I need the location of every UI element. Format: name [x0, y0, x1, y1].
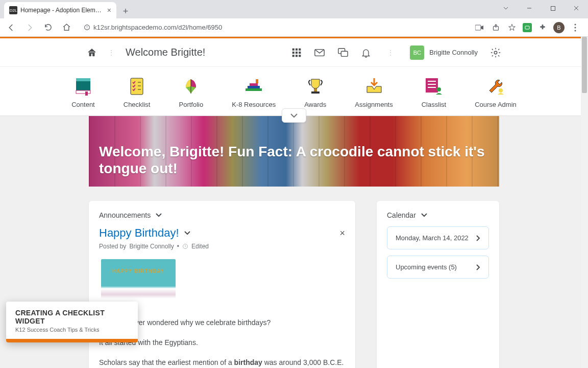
inbox-download-icon — [364, 76, 384, 97]
widget-title: Calendar — [387, 211, 416, 219]
leaf-icon — [181, 76, 201, 97]
dismiss-announcement-button[interactable]: × — [339, 228, 345, 239]
new-tab-button[interactable]: + — [118, 4, 133, 18]
svg-rect-27 — [85, 91, 88, 96]
svg-rect-7 — [525, 26, 529, 29]
svg-rect-37 — [314, 88, 317, 91]
nav-course-admin[interactable]: Course Admin — [475, 76, 517, 108]
svg-rect-15 — [296, 51, 298, 53]
close-window[interactable] — [565, 0, 588, 16]
user-avatar: BC — [410, 45, 424, 60]
nav-assignments[interactable]: Assignments — [355, 76, 393, 108]
upcoming-events-label: Upcoming events (5) — [396, 263, 457, 271]
discussions-icon[interactable] — [337, 47, 349, 58]
nav-label: Course Admin — [475, 101, 517, 108]
notifications-icon[interactable] — [361, 47, 371, 58]
svg-rect-22 — [341, 51, 348, 56]
chevron-down-icon — [421, 213, 427, 217]
nav-content[interactable]: Content — [71, 76, 95, 108]
svg-rect-11 — [292, 48, 295, 50]
scrollbar[interactable] — [581, 37, 588, 368]
overlay-accent-bar — [6, 339, 138, 342]
svg-rect-25 — [76, 78, 90, 81]
svg-point-4 — [87, 28, 87, 29]
calendar-date-row[interactable]: Monday, March 14, 2022 — [387, 226, 489, 249]
nav-portfolio[interactable]: Portfolio — [179, 76, 204, 108]
announcement-title-link[interactable]: Happy Birthday! — [99, 226, 190, 240]
chevron-right-icon — [476, 264, 480, 270]
nav-label: Content — [71, 101, 95, 108]
calendar-header[interactable]: Calendar — [387, 211, 489, 219]
svg-point-44 — [499, 88, 503, 93]
address-bar[interactable]: k12sr.brightspacedemo.com/d2l/home/6950 — [78, 20, 470, 35]
kebab-menu-icon[interactable] — [570, 22, 581, 33]
profile-avatar[interactable]: B — [553, 22, 565, 33]
separator-dot: • — [177, 243, 179, 250]
separator: ⋮ — [108, 49, 114, 56]
nav-label: Checklist — [124, 101, 151, 108]
minimize-window[interactable] — [518, 0, 541, 16]
overlay-subtitle: K12 Success Coach Tips & Tricks — [15, 327, 129, 333]
chevron-down-icon[interactable] — [494, 0, 518, 16]
svg-rect-18 — [296, 55, 298, 57]
svg-rect-16 — [299, 51, 301, 53]
svg-rect-39 — [426, 78, 438, 93]
camera-icon[interactable] — [474, 22, 485, 33]
calendar-upcoming-row[interactable]: Upcoming events (5) — [387, 256, 489, 279]
site-info-icon[interactable] — [84, 24, 90, 31]
svg-rect-26 — [76, 90, 90, 94]
apps-grid-icon[interactable] — [291, 48, 302, 58]
posted-by-prefix: Posted by — [99, 243, 126, 250]
announcements-header[interactable]: Announcements — [99, 211, 345, 219]
announcements-widget: Announcements Happy Birthday! × Posted b… — [89, 201, 355, 368]
svg-point-10 — [575, 30, 576, 31]
clock-icon — [182, 243, 188, 249]
chevron-down-icon — [156, 213, 162, 217]
books-icon — [243, 76, 264, 97]
tutorial-overlay-card[interactable]: CREATING A CHECKLIST WIDGET K12 Success … — [6, 302, 138, 342]
svg-rect-14 — [292, 51, 295, 53]
nav-checklist[interactable]: Checklist — [124, 76, 151, 108]
nav-classlist[interactable]: Classlist — [422, 76, 446, 108]
svg-rect-19 — [299, 55, 301, 57]
reload-button[interactable] — [41, 20, 55, 35]
course-banner: Welcome, Brigitte! Fun Fact: A crocodile… — [89, 116, 499, 187]
svg-point-23 — [494, 51, 497, 54]
announcement-title: Happy Birthday! — [99, 226, 179, 240]
book-icon — [73, 76, 93, 97]
svg-point-9 — [575, 27, 576, 28]
maximize-window[interactable] — [541, 0, 565, 16]
home-button[interactable] — [59, 20, 74, 35]
forward-button[interactable] — [22, 20, 37, 35]
nav-resources[interactable]: K-8 Resources — [232, 76, 276, 108]
wrench-icon — [485, 76, 506, 97]
nav-awards[interactable]: Awards — [304, 76, 326, 108]
announcement-image — [101, 259, 176, 308]
extensions-puzzle-icon[interactable] — [537, 22, 548, 33]
edited-label: Edited — [191, 243, 209, 250]
mail-icon[interactable] — [314, 47, 325, 58]
scrollbar-thumb[interactable] — [582, 37, 587, 93]
back-button[interactable] — [4, 20, 18, 35]
svg-rect-5 — [475, 25, 481, 30]
announcement-paragraph: Scholars say that the earliest mention o… — [99, 357, 345, 368]
home-icon[interactable] — [87, 48, 97, 58]
browser-tab[interactable]: D2L Homepage - Adoption Elementa… × — [4, 2, 116, 18]
settings-gear-icon[interactable] — [490, 47, 501, 58]
bookmark-icon[interactable] — [506, 22, 518, 33]
favicon: D2L — [9, 6, 17, 14]
extension-icon[interactable] — [523, 23, 532, 32]
nav-label: Portfolio — [179, 101, 204, 108]
svg-rect-1 — [551, 6, 555, 10]
user-name: Brigitte Connolly — [429, 49, 478, 56]
svg-rect-12 — [296, 48, 298, 50]
overlay-title: CREATING A CHECKLIST WIDGET — [15, 309, 129, 325]
nav-label: Classlist — [422, 101, 446, 108]
user-menu[interactable]: BC Brigitte Connolly — [410, 45, 478, 60]
banner-text: Welcome, Brigitte! Fun Fact: A crocodile… — [99, 143, 489, 177]
close-tab-icon[interactable]: × — [107, 6, 111, 14]
expand-nav-button[interactable] — [282, 108, 306, 123]
share-icon[interactable] — [490, 22, 501, 33]
nav-label: K-8 Resources — [232, 101, 276, 108]
svg-rect-36 — [256, 79, 258, 83]
